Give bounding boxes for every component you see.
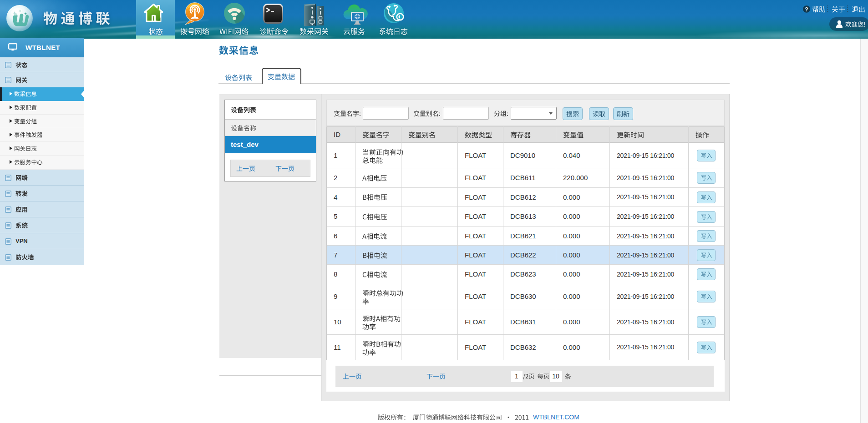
svg-text:?: ? bbox=[805, 6, 808, 13]
